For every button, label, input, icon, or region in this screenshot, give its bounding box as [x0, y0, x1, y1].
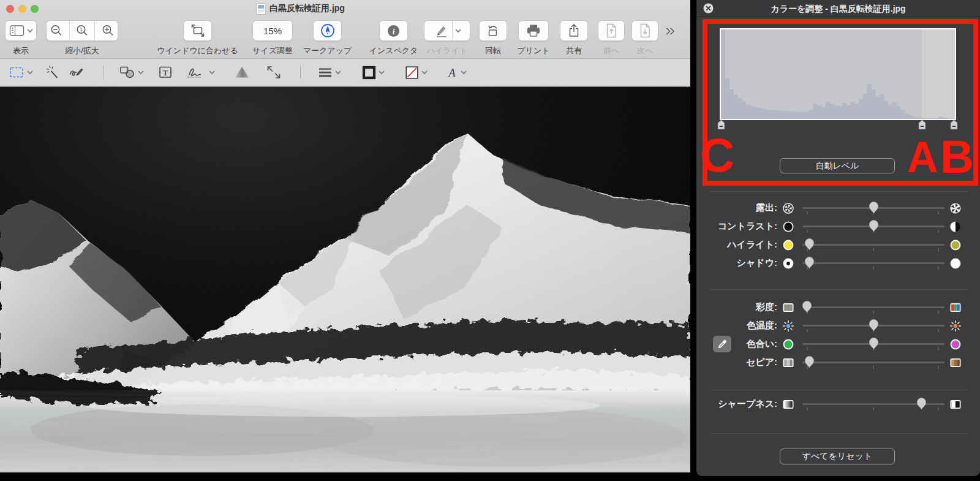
highlight-button[interactable] — [424, 20, 470, 41]
markup-label: マークアップ — [303, 45, 352, 56]
slider-thumb[interactable] — [869, 336, 879, 350]
tint-max-icon[interactable] — [949, 338, 962, 350]
zoom-out-button[interactable] — [47, 21, 67, 40]
letter-a-icon: A — [446, 66, 458, 79]
slider-track[interactable] — [802, 362, 944, 363]
text-style-tool-button[interactable]: A — [442, 63, 470, 81]
adjust-size-tool-button[interactable] — [262, 63, 285, 81]
slider-label: 露出: — [696, 202, 777, 214]
zoom-traffic-light[interactable] — [31, 5, 39, 13]
rotate-button[interactable] — [479, 20, 507, 41]
slider-tick — [807, 230, 808, 233]
markup-toolbar-separator — [103, 66, 104, 79]
shadows-max-icon[interactable] — [949, 257, 962, 270]
minimize-traffic-light[interactable] — [18, 5, 26, 13]
sepia-min-icon[interactable] — [782, 357, 794, 369]
slider-thumb[interactable] — [804, 237, 815, 251]
zoom-in-button[interactable] — [97, 21, 118, 40]
shape-style-tool-button[interactable] — [314, 63, 345, 81]
temperature-min-icon[interactable] — [782, 320, 794, 332]
tint-min-icon[interactable] — [782, 338, 794, 350]
markup-pen-icon — [320, 23, 336, 39]
markup-button[interactable] — [313, 20, 342, 41]
slider-label: セピア: — [696, 357, 777, 368]
slider-track[interactable] — [802, 262, 944, 264]
printer-icon — [526, 23, 541, 38]
contrast-min-icon[interactable] — [782, 221, 794, 233]
fit-window-button[interactable] — [183, 20, 212, 41]
highlights-min-icon[interactable] — [782, 239, 794, 251]
slider-tick — [938, 211, 939, 214]
actual-size-icon: 1 — [75, 23, 89, 38]
actual-size-button[interactable]: 1 — [72, 21, 92, 40]
reset-all-button[interactable]: すべてをリセット — [780, 449, 895, 464]
fill-color-tool-button[interactable] — [401, 63, 431, 81]
exposure-min-icon[interactable] — [782, 202, 794, 214]
toolbar-item-previous: 前へ — [598, 20, 625, 41]
shapes-tool-button[interactable] — [115, 63, 148, 81]
slider-thumb[interactable] — [869, 318, 879, 331]
temperature-max-icon[interactable] — [949, 320, 962, 332]
text-tool-button[interactable]: T — [154, 63, 176, 81]
resize-icon — [266, 65, 282, 80]
slider-tick — [938, 248, 939, 251]
close-traffic-light[interactable] — [6, 5, 14, 13]
highlights-max-icon[interactable] — [949, 239, 962, 251]
exposure-max-icon[interactable] — [949, 202, 962, 214]
share-label: 共有 — [566, 45, 582, 56]
slider-thumb[interactable] — [804, 256, 815, 269]
share-icon — [567, 23, 581, 39]
slider-track[interactable] — [802, 244, 944, 246]
toolbar-overflow-button[interactable] — [665, 27, 675, 38]
zoom-group-button[interactable]: 1 — [46, 20, 118, 41]
toolbar: 表示1縮小/拡大ウインドウに合わせる15%サイズ調整マークアップiインスペクタハ… — [0, 17, 690, 59]
slider-tick — [873, 267, 874, 270]
saturation-max-icon[interactable] — [949, 301, 962, 314]
inspector-button[interactable]: i — [379, 20, 408, 41]
adjust-color-tool-button[interactable] — [230, 63, 254, 81]
svg-text:1: 1 — [80, 26, 83, 32]
slider-thumb[interactable] — [802, 300, 812, 313]
slider-thumb[interactable] — [804, 355, 815, 368]
slider-track[interactable] — [802, 306, 944, 308]
zoom-level-value: 15% — [263, 26, 282, 36]
next-button[interactable] — [631, 20, 658, 41]
chevron-down-icon — [379, 70, 385, 75]
zoom-group-label: 縮小/拡大 — [65, 45, 99, 56]
sketch-pen-icon — [69, 66, 86, 79]
size-adjust-button[interactable]: 15% — [252, 20, 293, 41]
photo-canvas — [0, 87, 690, 472]
chevron-down-icon — [421, 70, 428, 75]
slider-thumb[interactable] — [869, 219, 879, 232]
saturation-min-icon[interactable] — [782, 301, 794, 314]
sepia-max-icon[interactable] — [949, 357, 962, 369]
sharpness-max-icon[interactable] — [949, 398, 962, 411]
selection-tool-button[interactable] — [6, 63, 36, 81]
print-label: プリント — [517, 45, 549, 56]
sketch-tool-button[interactable] — [66, 63, 88, 81]
border-color-tool-button[interactable] — [358, 63, 388, 81]
slider-thumb[interactable] — [869, 200, 879, 214]
signature-tool-button[interactable] — [183, 63, 218, 81]
titlebar[interactable]: 白黒反転検証用.jpg — [0, 0, 690, 17]
instant-alpha-tool-button[interactable] — [43, 63, 62, 81]
previous-button[interactable] — [598, 20, 625, 41]
slider-tick — [938, 347, 939, 350]
print-button[interactable] — [518, 20, 549, 41]
prism-icon — [234, 66, 250, 79]
view-label: 表示 — [13, 45, 29, 56]
sharpness-min-icon[interactable] — [782, 398, 794, 411]
contrast-max-icon[interactable] — [949, 221, 962, 233]
panel-titlebar[interactable]: カラーを調整 - 白黒反転検証用.jpg — [696, 0, 980, 17]
slider-tick — [938, 366, 939, 369]
sidebar-icon — [9, 25, 24, 37]
fit-window-icon — [190, 23, 206, 38]
slider-tick — [873, 407, 874, 411]
view-button[interactable] — [5, 20, 37, 41]
auto-levels-button[interactable]: 自動レベル — [780, 158, 895, 173]
shadows-min-icon[interactable] — [782, 257, 794, 270]
toolbar-item-rotate: 回転 — [479, 20, 507, 41]
slider-thumb[interactable] — [916, 396, 927, 410]
share-button[interactable] — [560, 20, 588, 41]
annotation-letter-c: C — [700, 131, 734, 179]
